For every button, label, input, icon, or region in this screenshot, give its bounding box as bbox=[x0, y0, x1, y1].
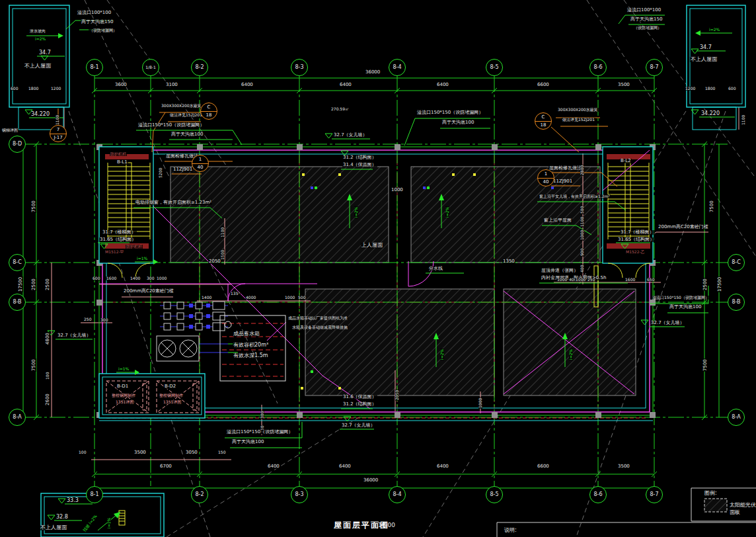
label: 1000 bbox=[478, 397, 482, 409]
axis-bubble-8-B: 8-B bbox=[728, 294, 745, 311]
label: 3050 bbox=[185, 450, 198, 455]
label: 1200 bbox=[685, 87, 696, 91]
label: i=2% bbox=[34, 37, 46, 41]
axis-bubble-8-2: 8-2 bbox=[191, 486, 208, 503]
drawing-linework bbox=[0, 0, 756, 537]
label: 250 bbox=[587, 278, 595, 282]
label: 1100 bbox=[56, 114, 59, 126]
label: 135° bbox=[230, 292, 241, 296]
label: 34.220 bbox=[30, 112, 50, 117]
label: 5200 bbox=[159, 167, 163, 179]
label: 34.220 bbox=[700, 111, 720, 116]
label: 7500 bbox=[32, 358, 36, 372]
axis-bubble-8-1: 8-1 bbox=[86, 59, 103, 76]
label: 整樘钢网制作 bbox=[159, 393, 184, 397]
label: 有效容积20m³ bbox=[233, 343, 269, 348]
axis-bubble-8-4: 8-4 bbox=[389, 486, 406, 503]
label: 成品蓄水箱 bbox=[233, 331, 260, 337]
label: 3600 bbox=[114, 83, 128, 87]
label: 窗上沿平屋面 bbox=[543, 218, 572, 223]
label: 400 bbox=[580, 265, 584, 273]
label: 500 bbox=[297, 296, 306, 300]
label: 屋顶井道（张网） bbox=[541, 268, 579, 273]
axis-bubble-8-D: 8-D bbox=[9, 136, 26, 153]
axis-bubble-8-7: 8-7 bbox=[646, 59, 663, 76]
label: 31.65（结构面） bbox=[617, 237, 655, 242]
label: 36000 bbox=[365, 70, 381, 75]
axis-bubble-8-6: 8-6 bbox=[589, 486, 607, 503]
label: 31.4（保温面） bbox=[342, 163, 377, 167]
label: 3500 bbox=[617, 83, 630, 87]
label: 不上人屋面 bbox=[24, 63, 52, 69]
label: 溢流口100*100 bbox=[77, 11, 112, 15]
label: 34.7 bbox=[38, 50, 52, 56]
label: 6600 bbox=[537, 83, 550, 87]
label: 高于天沟底100 bbox=[170, 132, 204, 137]
label: 高于天沟底150 bbox=[630, 17, 663, 22]
label: 1800 bbox=[704, 87, 716, 91]
label: 300X300X200水簸箕 bbox=[161, 104, 202, 108]
label: 100 bbox=[46, 372, 50, 380]
label: 溢流口150*150（设防堵漏网） bbox=[652, 296, 710, 300]
label: 36000 bbox=[363, 478, 379, 483]
label: 7500 bbox=[32, 200, 36, 213]
axis-bubble-8-5: 8-5 bbox=[486, 486, 503, 503]
axis-bubble-8-4: 8-4 bbox=[389, 59, 406, 76]
label: 6400 bbox=[436, 464, 449, 469]
label: 4000 bbox=[245, 296, 256, 300]
label: 17500 bbox=[718, 276, 722, 292]
label: 250 bbox=[83, 317, 92, 321]
label: 31.2（结构面） bbox=[342, 155, 377, 160]
label: 3100 bbox=[165, 83, 178, 87]
label: B-D2 bbox=[164, 384, 176, 389]
label: i=2% bbox=[708, 28, 720, 32]
detail-bubble-C-18: C18 bbox=[535, 112, 552, 130]
label: B-D1 bbox=[116, 384, 129, 389]
label: 1400 bbox=[201, 296, 212, 300]
label: 6400 bbox=[436, 83, 449, 87]
label: 1100 bbox=[741, 114, 745, 126]
label: 1000 bbox=[556, 278, 568, 282]
label: 1100 bbox=[580, 216, 584, 227]
label: 1400 bbox=[130, 276, 141, 280]
detail-bubble-C-18: C18 bbox=[200, 103, 217, 120]
label: 150 bbox=[217, 450, 226, 454]
label: 200mm高C20素砼门槛 bbox=[123, 289, 174, 294]
notes-label: 说明: bbox=[504, 526, 517, 534]
label: 分水线 bbox=[428, 267, 443, 271]
label: 做法详见15ZJ201 bbox=[562, 118, 595, 122]
label: i=2% bbox=[569, 349, 573, 360]
label: 电动排烟窗，有效开启面积≥1.23m² bbox=[135, 200, 212, 205]
label: 32.7（女儿墙） bbox=[57, 333, 92, 338]
axis-bubble-8-C: 8-C bbox=[9, 254, 26, 271]
label: 600 bbox=[10, 87, 19, 91]
label: M1512-甲 bbox=[104, 250, 125, 254]
label: B-L2 bbox=[620, 159, 632, 163]
label: 1000 bbox=[284, 296, 295, 300]
label: 高于天沟底100 bbox=[441, 120, 474, 125]
label: 6700 bbox=[159, 464, 172, 469]
axis-bubble-8-3: 8-3 bbox=[291, 59, 308, 76]
label: 溢流口150*150（设防堵漏网） bbox=[137, 123, 205, 128]
drawing-scale: 1:100 bbox=[378, 522, 395, 528]
label: 有效水深1.5m bbox=[233, 353, 269, 358]
label: i=2% bbox=[440, 349, 444, 360]
label: 高于天沟底100 bbox=[231, 440, 264, 444]
label: 31.7（楼梯面） bbox=[620, 230, 655, 235]
label: 17500 bbox=[19, 276, 23, 292]
label: 窗上沿平女儿墙，有效开启面积≥1.2m² bbox=[539, 194, 611, 198]
label: 2050 bbox=[208, 259, 221, 264]
label: 1500 bbox=[221, 249, 225, 261]
label: i=2% bbox=[445, 206, 449, 218]
legend-item-solar-panel: 太阳能光伏面板 bbox=[730, 501, 756, 516]
label: 650 bbox=[646, 278, 655, 282]
label: 2600 bbox=[46, 393, 50, 406]
label: 34.7 bbox=[699, 45, 712, 50]
axis-bubble-8-7: 8-7 bbox=[646, 486, 663, 503]
label: 1350 bbox=[502, 259, 515, 264]
label: i=2% bbox=[354, 206, 358, 218]
label: 不上人屋面 bbox=[40, 525, 67, 530]
label: 300X300X200水簸箕 bbox=[557, 108, 599, 112]
label: 6400 bbox=[267, 464, 280, 469]
label: 2500 bbox=[46, 278, 50, 291]
